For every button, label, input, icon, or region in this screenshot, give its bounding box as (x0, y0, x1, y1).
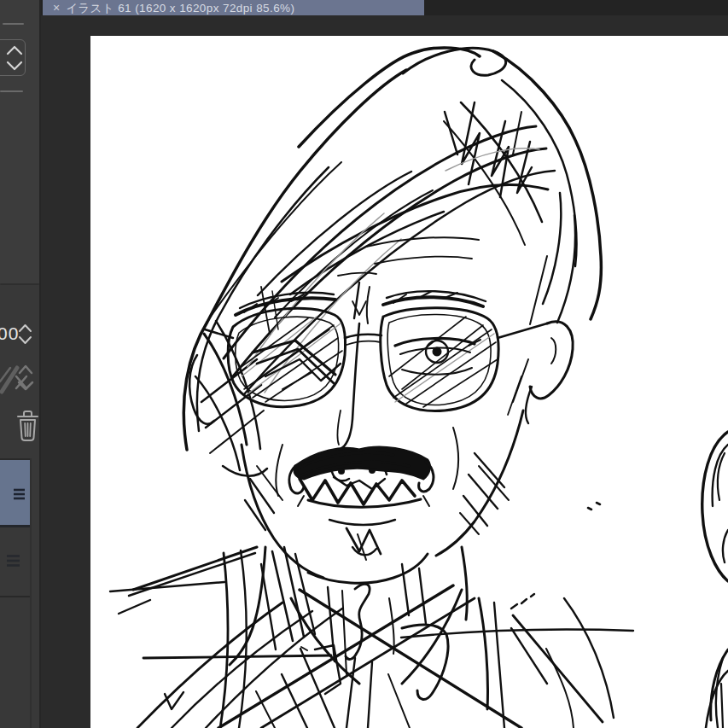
chevron-up-icon[interactable] (20, 325, 31, 331)
chevron-up-icon (20, 366, 32, 373)
divider (0, 90, 23, 92)
trash-icon (16, 408, 39, 443)
divider (3, 23, 24, 25)
disabled-stepper[interactable] (0, 361, 36, 397)
tab-bar: × イラスト 61 (1620 x 1620px 72dpi 85.6%) (41, 0, 728, 15)
sidebar-toolbar: 00 (0, 0, 41, 728)
panel-divider (0, 283, 39, 285)
menu-icon[interactable] (6, 554, 20, 568)
tab-close-icon[interactable]: × (53, 2, 60, 14)
divider (30, 458, 32, 728)
drawing-canvas[interactable] (90, 36, 728, 728)
chevron-down-icon[interactable] (8, 62, 21, 69)
value-stepper[interactable]: 00 (0, 322, 36, 347)
chevron-down-icon[interactable] (20, 337, 31, 343)
slash-stroke (2, 368, 17, 392)
delete-button[interactable] (15, 408, 39, 444)
menu-icon[interactable] (13, 488, 26, 500)
stepper-chevrons (18, 323, 32, 347)
document-tab[interactable]: × イラスト 61 (1620 x 1620px 72dpi 85.6%) (43, 0, 424, 15)
sketch-drawing (90, 36, 728, 728)
stepper-chevrons (4, 44, 25, 73)
stepper-value: 00 (0, 322, 19, 346)
brush-size-stepper[interactable] (0, 39, 26, 76)
tab-title: イラスト 61 (1620 x 1620px 72dpi 85.6%) (66, 3, 294, 15)
app-window: × イラスト 61 (1620 x 1620px 72dpi 85.6%) 00 (0, 0, 728, 728)
layer-row-selected[interactable] (0, 458, 30, 527)
chevron-up-icon[interactable] (8, 47, 21, 54)
layer-row[interactable] (0, 531, 30, 597)
